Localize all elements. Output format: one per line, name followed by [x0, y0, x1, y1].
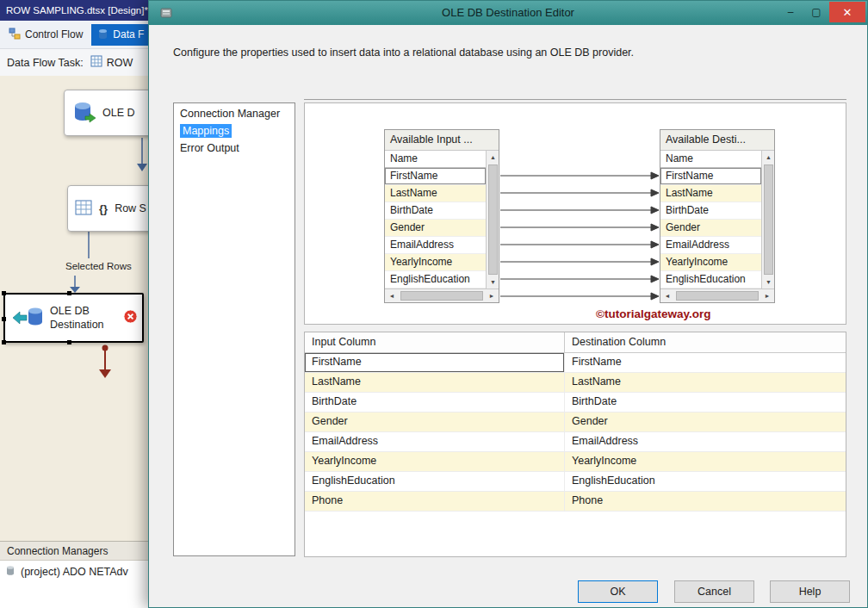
scroll-down-icon[interactable]: ▼: [762, 276, 775, 288]
control-flow-icon: [9, 28, 21, 42]
grid-cell-destination[interactable]: EmailAddress: [565, 432, 846, 451]
input-column-row[interactable]: FirstName: [385, 168, 486, 185]
available-input-columns-box: Available Input ... Name FirstName LastN…: [384, 129, 499, 303]
grid-cell-input[interactable]: EmailAddress: [305, 432, 565, 451]
grid-cell-input[interactable]: LastName: [305, 373, 565, 392]
mapping-panel: Available Input ... Name FirstName LastN…: [304, 102, 846, 325]
ole-db-destination-box[interactable]: OLE DB Destination: [3, 293, 144, 343]
grid-cell-destination[interactable]: YearlyIncome: [565, 452, 846, 471]
nav-item-mappings[interactable]: Mappings: [174, 123, 294, 140]
destination-horizontal-scrollbar[interactable]: ◄ ►: [660, 288, 774, 302]
scroll-up-icon[interactable]: ▲: [762, 151, 775, 164]
connection-managers-header: Connection Managers: [0, 541, 148, 561]
grid-row: LastName LastName: [305, 373, 846, 393]
destination-column-row[interactable]: EmailAddress: [660, 237, 761, 254]
ok-button[interactable]: OK: [578, 580, 658, 603]
maximize-button[interactable]: ▢: [803, 2, 829, 22]
error-icon: [123, 309, 138, 326]
grid-cell-input[interactable]: EnglishEducation: [305, 472, 565, 491]
cancel-button[interactable]: Cancel: [674, 580, 754, 603]
grid-cell-input[interactable]: Gender: [305, 413, 565, 431]
selection-handle[interactable]: [2, 317, 6, 321]
row-sampling-box[interactable]: {} Row S: [67, 185, 148, 232]
scroll-thumb[interactable]: [764, 164, 773, 275]
input-column-row[interactable]: EmailAddress: [385, 237, 486, 254]
available-destination-columns-box: Available Desti... Name FirstName LastNa…: [660, 129, 775, 303]
input-column-row[interactable]: LastName: [385, 185, 486, 202]
grid-row: Gender Gender: [305, 413, 846, 432]
grid-cell-destination[interactable]: FirstName: [565, 353, 846, 372]
help-button[interactable]: Help: [770, 580, 850, 603]
scroll-left-icon[interactable]: ◄: [660, 289, 674, 302]
scroll-down-icon[interactable]: ▼: [487, 276, 499, 288]
watermark: ©tutorialgateway.org: [596, 307, 710, 320]
grid-cell-input[interactable]: BirthDate: [305, 393, 565, 412]
grid-cell-destination[interactable]: EnglishEducation: [565, 472, 846, 491]
grid-row: Phone Phone: [305, 492, 846, 512]
data-flow-task-row: Data Flow Task: ROW: [0, 49, 148, 76]
data-flow-task-value: ROW: [107, 57, 133, 69]
scroll-thumb[interactable]: [400, 291, 483, 301]
grid-cell-input[interactable]: FirstName: [305, 353, 565, 372]
connection-manager-icon: [5, 565, 16, 579]
grid-cell-destination[interactable]: BirthDate: [565, 393, 846, 412]
available-destination-body: Name FirstName LastName BirthDate Gender…: [660, 151, 774, 302]
grid-header-input-column: Input Column: [305, 332, 565, 352]
grid-cell-input[interactable]: Phone: [305, 492, 565, 511]
ole-db-destination-label: OLE DB Destination: [50, 304, 122, 332]
content-divider: [304, 99, 846, 100]
tab-data-flow-label: Data F: [113, 28, 144, 40]
available-input-body: Name FirstName LastName BirthDate Gender…: [385, 151, 499, 302]
destination-column-row[interactable]: YearlyIncome: [660, 254, 761, 271]
destination-column-row[interactable]: FirstName: [660, 168, 761, 185]
dialog-description: Configure the properties used to insert …: [173, 47, 845, 59]
selection-handle[interactable]: [67, 291, 71, 295]
grid-cell-input[interactable]: YearlyIncome: [305, 452, 565, 471]
close-button[interactable]: ✕: [829, 2, 865, 22]
scroll-thumb[interactable]: [676, 291, 759, 301]
grid-cell-destination[interactable]: Phone: [565, 492, 846, 511]
scroll-right-icon[interactable]: ►: [485, 289, 499, 302]
grid-row: FirstName FirstName: [305, 353, 846, 373]
data-flow-task-combo[interactable]: ROW: [90, 55, 133, 70]
scroll-up-icon[interactable]: ▲: [487, 151, 499, 164]
ole-db-source-box[interactable]: OLE D: [64, 90, 148, 136]
selection-handle[interactable]: [67, 340, 71, 344]
grid-row: EnglishEducation EnglishEducation: [305, 472, 846, 492]
available-destination-title: Available Desti...: [660, 130, 774, 151]
grid-cell-destination[interactable]: Gender: [565, 413, 846, 431]
destination-column-row[interactable]: BirthDate: [660, 202, 761, 220]
scroll-left-icon[interactable]: ◄: [385, 289, 399, 302]
destination-column-row[interactable]: Gender: [660, 220, 761, 237]
data-flow-icon: [97, 28, 108, 42]
grid-cell-destination[interactable]: LastName: [565, 373, 846, 392]
dialog-titlebar[interactable]: OLE DB Destination Editor – ▢ ✕: [149, 1, 867, 25]
document-tab[interactable]: ROW SAMPLING.dtsx [Design]*: [0, 0, 148, 21]
input-column-row[interactable]: YearlyIncome: [385, 254, 486, 271]
tab-control-flow[interactable]: Control Flow: [3, 24, 89, 46]
destination-column-row[interactable]: EnglishEducation: [660, 271, 761, 288]
editor-nav-list: Connection Manager Mappings Error Output: [173, 102, 295, 556]
input-horizontal-scrollbar[interactable]: ◄ ►: [385, 288, 499, 302]
minimize-button[interactable]: –: [778, 2, 803, 22]
scroll-right-icon[interactable]: ►: [760, 289, 774, 302]
nav-item-connection-manager[interactable]: Connection Manager: [174, 106, 294, 123]
input-column-row[interactable]: BirthDate: [385, 202, 486, 220]
designer-tabstrip: Control Flow Data F: [0, 21, 148, 49]
tab-data-flow[interactable]: Data F: [91, 24, 148, 46]
scroll-thumb[interactable]: [488, 164, 498, 275]
input-vertical-scrollbar[interactable]: ▲ ▼: [486, 151, 499, 288]
selection-handle[interactable]: [2, 291, 6, 295]
mapping-grid: Input Column Destination Column FirstNam…: [304, 332, 846, 557]
row-sampling-icon: [75, 199, 92, 219]
connection-manager-item[interactable]: (project) ADO NETAdv: [0, 561, 148, 583]
destination-name-header[interactable]: Name: [660, 151, 761, 168]
input-name-header[interactable]: Name: [385, 151, 486, 168]
destination-column-row[interactable]: LastName: [660, 185, 761, 202]
input-column-row[interactable]: EnglishEducation: [385, 271, 486, 288]
input-column-row[interactable]: Gender: [385, 220, 486, 237]
selection-handle[interactable]: [2, 340, 6, 344]
destination-vertical-scrollbar[interactable]: ▲ ▼: [761, 151, 774, 288]
connector-label: Selected Rows: [65, 261, 132, 271]
nav-item-error-output[interactable]: Error Output: [174, 140, 294, 158]
